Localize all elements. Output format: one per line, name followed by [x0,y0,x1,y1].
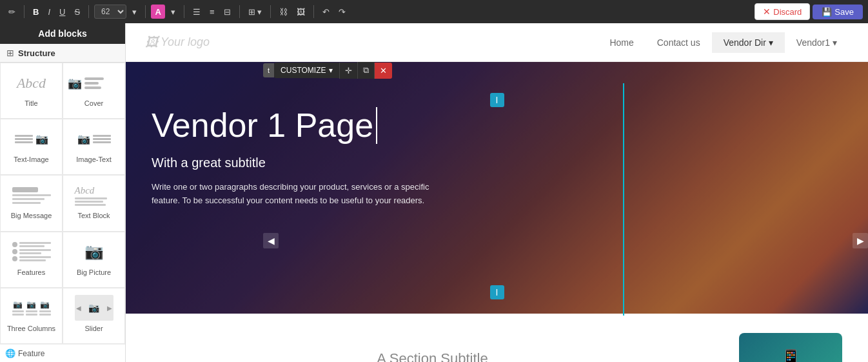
italic-btn[interactable]: I [44,5,54,19]
toolbar-sep-1 [24,5,25,18]
image-text-icon-inner: 📷 [77,133,111,145]
add-block-top[interactable]: I [490,93,504,107]
3col-cam-2: 📷 [26,300,36,309]
fl-3 [19,249,51,251]
block-icon-big-picture: 📷 [72,237,117,266]
cover-camera-icon: 📷 [68,76,82,90]
image-btn[interactable]: 🖼 [293,5,308,19]
undo-btn[interactable]: ↶ [319,5,333,19]
block-icon-title: Abcd [9,68,54,97]
nav-link-contact[interactable]: Contact us [646,32,712,53]
redo-btn[interactable]: ↷ [335,5,349,19]
ordered-list-btn[interactable]: ≡ [206,5,218,19]
text-image-cam-icon: 📷 [35,133,48,145]
font-size-select[interactable]: 62 [94,5,126,19]
feat-lines-1 [19,242,51,247]
vendor-dir-label: Vendor Dir [724,37,766,48]
block-label-big-message: Big Message [11,212,52,219]
pencil-tool-btn[interactable]: ✏ [5,5,19,19]
phone-mockup-icon: 📱 [780,348,802,363]
fl-4 [19,252,41,254]
block-icon-big-message [9,181,54,210]
unordered-list-btn[interactable]: ☰ [190,5,204,19]
align-btn[interactable]: ⊟ [221,5,234,19]
cover-line-1 [84,77,104,80]
3col-col-2: 📷 [26,300,37,316]
big-msg-icon-inner [12,187,51,204]
nav-link-vendor-dir[interactable]: Vendor Dir ▾ [712,32,785,53]
block-icon-features [9,237,54,266]
table-btn[interactable]: ⊞ ▾ [245,5,266,19]
section-arrow-left[interactable]: ◀ [263,233,279,248]
nav-link-vendor1[interactable]: Vendor1 ▾ [785,32,849,53]
page-logo: 🖼 Your logo [145,35,210,50]
3col-l3 [26,310,37,312]
structure-item[interactable]: ⊞ Structure [0,44,125,63]
big-msg-thin-3 [12,202,41,204]
block-icon-cover: 📷 [72,68,117,97]
hero-title: Vendor 1 Page [152,107,377,144]
main-layout: Add blocks ⊞ Structure Abcd Title 📷 [0,23,868,362]
font-color-dropdown-btn[interactable]: ▾ [168,5,179,19]
3col-l1 [12,310,24,312]
fl-6 [19,259,46,261]
customize-button[interactable]: CUSTOMIZE ▾ [274,63,339,78]
block-item-title[interactable]: Abcd Title [0,63,63,119]
text-image-icon-inner: 📷 [15,133,48,145]
customize-copy-btn[interactable]: ⧉ [357,62,374,79]
fl-2 [19,245,44,247]
block-item-three-columns[interactable]: 📷 📷 📷 [0,288,63,344]
fl-1 [19,242,51,244]
block-item-text-image[interactable]: 📷 Text-Image [0,119,63,175]
add-block-bottom[interactable]: I [490,285,504,299]
customize-t-label: t [268,66,270,74]
customize-move-btn[interactable]: ✛ [339,63,357,79]
three-col-icon-inner: 📷 📷 📷 [12,300,51,316]
underline-btn[interactable]: U [56,5,68,19]
hero-content: Vendor 1 Page With a great subtitle Writ… [126,62,461,234]
block-item-features[interactable]: Features [0,232,63,288]
block-icon-three-columns: 📷 📷 📷 [9,294,54,323]
nav-link-home[interactable]: Home [598,32,645,53]
bold-btn[interactable]: B [30,5,42,19]
font-size-dropdown-btn[interactable]: ▾ [129,5,140,19]
discard-x-icon: ✕ [763,6,771,17]
save-button[interactable]: 💾 Save [813,5,863,19]
ti-line-3 [15,141,33,143]
toolbar-sep-5 [239,5,240,18]
link-btn[interactable]: ⛓ [276,5,291,19]
cover-lines [84,77,121,89]
slider-arrow-left: ◀ [76,305,81,312]
block-label-text-block: Text Block [77,212,110,219]
block-item-text-block[interactable]: Abcd Text Block [63,175,125,231]
page-nav: 🖼 Your logo Home Contact us Vendor Dir ▾… [126,23,868,62]
feat-dot-2 [12,249,17,254]
top-toolbar: ✏ B I U S 62 ▾ A ▾ ☰ ≡ ⊟ ⊞ ▾ ⛓ 🖼 ↶ ↷ ✕ D… [0,0,868,23]
block-item-cover[interactable]: 📷 Cover [63,63,125,119]
discard-button[interactable]: ✕ Discard [755,3,810,20]
vendor-dir-chevron-icon: ▾ [769,37,773,48]
block-icon-text-block: Abcd [72,181,117,210]
3col-l5 [39,310,51,312]
block-label-cover: Cover [84,99,103,107]
customize-delete-btn[interactable]: ✕ [374,63,392,79]
guide-line [623,83,624,316]
block-item-slider[interactable]: ◀ 📷 ▶ Slider [63,288,125,344]
features-icon-inner [12,242,51,261]
block-item-big-picture[interactable]: 📷 Big Picture [63,232,125,288]
3col-cam-3: 📷 [40,300,50,309]
customize-type-btn[interactable]: t [263,63,274,77]
cover-line-3 [84,86,101,89]
block-item-big-message[interactable]: Big Message [0,175,63,231]
section-arrow-right[interactable]: ▶ [853,233,868,248]
page-preview[interactable]: 🖼 Your logo Home Contact us Vendor Dir ▾… [126,23,868,362]
ti-line-2 [15,138,33,140]
sidebar-feature-item[interactable]: 🌐 Feature [0,344,125,362]
grid-icon: ⊞ [6,48,14,58]
block-item-image-text[interactable]: 📷 Image-Text [63,119,125,175]
strikethrough-btn[interactable]: S [71,5,83,19]
big-msg-thick-line [12,187,38,192]
font-color-btn[interactable]: A [151,5,165,19]
add-block-bottom-icon: I [496,287,498,297]
block-label-big-picture: Big Picture [77,268,111,276]
